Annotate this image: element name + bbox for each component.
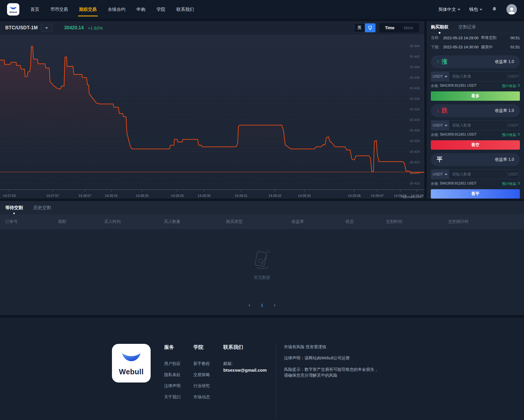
nav-item-5[interactable]: 学院 [156, 0, 165, 19]
footer-link[interactable]: 市场动态 [193, 395, 210, 400]
period-countdown: 01:51 [510, 45, 520, 49]
chart-panel: BTC/USDT-1M 30420.14 +1.92% 黑 [0, 21, 424, 199]
svg-text:30 430: 30 430 [410, 118, 420, 122]
chevron-down-icon [445, 174, 448, 175]
rate-value: 1.0 [508, 157, 514, 162]
down-arrow-icon: ↓ [437, 107, 439, 114]
nav-item-2[interactable]: 期权交易 [79, 0, 97, 19]
svg-text:14:28:33: 14:28:33 [298, 194, 311, 197]
column-header-4: 购买类型 [226, 219, 292, 224]
svg-text:30 426: 30 426 [410, 139, 420, 143]
symbol-label: BTC/USDT-1M [5, 25, 38, 30]
timeframe-time-button[interactable]: Time [380, 25, 399, 30]
period-countdown: 00:51 [510, 36, 520, 40]
nav-item-4[interactable]: 申购 [137, 0, 145, 19]
svg-text:30 436: 30 436 [410, 86, 420, 90]
currency-suffix: USDT [507, 170, 520, 179]
trade-tab-0[interactable]: 购买期权 [431, 24, 448, 30]
contact-title: 联系我们 [223, 344, 276, 351]
nav-item-0[interactable]: 首页 [30, 0, 39, 19]
svg-text:14:27:57: 14:27:57 [46, 194, 59, 197]
email-value[interactable]: btsexsw@gmail.com [223, 368, 276, 373]
pagination: ‹ 1 › [0, 296, 524, 315]
chart-style-button[interactable] [365, 23, 375, 32]
svg-text:30 424: 30 424 [410, 150, 420, 153]
svg-text:30 422: 30 422 [410, 161, 420, 164]
footer-link[interactable]: 关于我们 [164, 395, 181, 400]
rate-label: 收益率 [495, 157, 507, 162]
currency-select[interactable]: USDT [431, 170, 449, 179]
webull-logo[interactable]: Webull [7, 3, 19, 16]
buy-short-button[interactable]: 看空 [431, 140, 520, 150]
screen-icon [368, 25, 372, 30]
svg-text:14:28:15: 14:28:15 [105, 194, 118, 197]
svg-text:30 444: 30 444 [410, 44, 420, 48]
rise-title: 涨 [442, 58, 448, 66]
rate-value: 1.0 [508, 59, 514, 64]
profit-value: 0 [518, 132, 520, 137]
svg-text:14:28:30: 14:28:30 [198, 194, 210, 197]
flat-amount-input[interactable] [449, 170, 507, 179]
user-avatar[interactable] [506, 4, 517, 15]
trade-tab-1[interactable]: 交割记录 [458, 24, 476, 30]
footer-column-0: 服务用户协议隐私条款法律声明关于我们 [164, 344, 181, 406]
crescent-icon [119, 351, 144, 365]
balance-value: 5841909.911851 USDT [440, 83, 477, 88]
prev-page-button[interactable]: ‹ [249, 302, 250, 308]
bell-icon[interactable] [491, 6, 498, 13]
language-selector[interactable]: 简体中文 [438, 7, 460, 12]
nav-item-6[interactable]: 联系我们 [176, 0, 194, 19]
last-price: 30420.14 [64, 25, 84, 30]
currency-select[interactable]: USDT [431, 121, 449, 130]
balance-label: 余额: [431, 83, 439, 88]
svg-text:14:28:31: 14:28:31 [235, 194, 247, 197]
disclaimer-line: 法律声明：该网站由Webull公司运营 [284, 355, 381, 361]
next-page-button[interactable]: › [274, 302, 275, 308]
orders-tab-0[interactable]: 等待交割 [5, 205, 23, 211]
rate-label: 收益率 [495, 108, 507, 113]
footer-link[interactable]: 新手教程 [193, 361, 210, 366]
flat-title: 平 [437, 156, 443, 163]
fall-amount-input[interactable] [449, 121, 507, 130]
column-header-3: 买入数量 [164, 219, 226, 224]
column-header-7: 交割时间 [386, 219, 448, 224]
svg-text:30 432: 30 432 [410, 107, 420, 111]
footer-link[interactable]: 行业研究 [193, 383, 210, 389]
period-time: 2022-05-23 14:30:00 [443, 45, 481, 49]
symbol-dropdown[interactable] [41, 24, 52, 32]
footer-link[interactable]: 用户协议 [164, 361, 181, 366]
balance-value: 5841909.911851 USDT [440, 132, 477, 137]
wallet-menu[interactable]: 钱包 [469, 7, 482, 12]
nav-item-1[interactable]: 币币交易 [50, 0, 68, 19]
page-number[interactable]: 1 [261, 303, 263, 308]
column-header-6: 状态 [346, 219, 386, 224]
chevron-down-icon [457, 9, 460, 11]
profit-value: 0 [518, 83, 520, 88]
timeframe-more-button[interactable]: More [399, 25, 418, 30]
logo-wordmark: Webull [119, 368, 144, 376]
column-header-0: 订单号 [5, 219, 58, 224]
column-header-2: 买入时间 [104, 219, 164, 224]
footer-column-title: 学院 [193, 344, 210, 351]
currency-select[interactable]: USDT [431, 72, 449, 81]
footer-divider [276, 345, 276, 418]
rise-amount-input[interactable] [449, 72, 507, 81]
buy-long-button[interactable]: 看多 [431, 91, 520, 101]
current-period-row: 当前: 2022-05-23 14:29:00 即将交割 00:51 [431, 33, 520, 43]
empty-text: 暂无数据 [254, 275, 270, 280]
theme-toggle-dark[interactable]: 黑 [354, 23, 365, 32]
highcharts-credit: Highcharts.com [401, 195, 421, 199]
orders-tab-1[interactable]: 历史交割 [33, 205, 51, 211]
period-time: 2022-05-23 14:29:00 [443, 36, 481, 40]
price-change: +1.92% [88, 25, 103, 30]
buy-flat-button[interactable]: 看平 [431, 189, 520, 199]
footer-link[interactable]: 交易策略 [193, 372, 210, 378]
svg-text:30 428: 30 428 [410, 129, 420, 132]
footer-link[interactable]: 法律声明 [164, 383, 181, 389]
nav-item-3[interactable]: 永续合约 [108, 0, 125, 19]
language-label: 简体中文 [438, 7, 456, 12]
rise-section: ↑涨 收益率 1.0 USDT USDT 余额: 5841909.911851 … [431, 55, 520, 101]
footer-link[interactable]: 隐私条款 [164, 372, 181, 378]
flat-section: 平 收益率 1.0 USDT USDT 余额: 5841909.911851 U… [431, 153, 520, 199]
disclaimer-line: 市场有风险 投资需谨慎 [284, 344, 381, 350]
